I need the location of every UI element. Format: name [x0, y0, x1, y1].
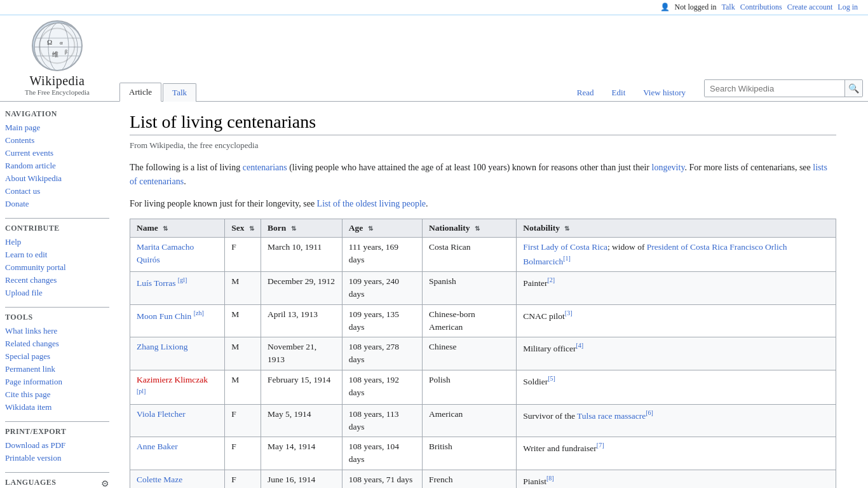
cell-notability: Soldier[5] [517, 370, 836, 404]
name-suffix-link[interactable]: [gl] [178, 276, 187, 283]
col-notability[interactable]: Notability ⇅ [517, 219, 836, 238]
col-sex[interactable]: Sex ⇅ [225, 219, 261, 238]
ref-link[interactable]: [6] [646, 409, 653, 416]
sidebar-item-community-portal[interactable]: Community portal [5, 261, 109, 274]
cell-sex: M [225, 370, 261, 404]
ref-link[interactable]: [7] [597, 442, 604, 449]
sidebar-item-contents[interactable]: Contents [5, 134, 109, 147]
cell-born: December 29, 1912 [261, 272, 342, 305]
gear-icon[interactable]: ⚙ [101, 478, 109, 488]
talk-link[interactable]: Talk [722, 3, 735, 12]
header: Ω α 维 β Wikipedia The Free Encyclopedia … [0, 15, 868, 102]
ref-link[interactable]: [3] [565, 309, 573, 316]
sort-icon-age: ⇅ [368, 225, 373, 232]
search-bar: 🔍 [704, 79, 863, 97]
oldest-living-link[interactable]: List of the oldest living people [317, 199, 426, 208]
person-name-link[interactable]: Zhang Lixiong [137, 342, 188, 351]
sidebar-item-wikidata-item[interactable]: Wikidata item [5, 401, 109, 414]
sidebar-item-related-changes[interactable]: Related changes [5, 337, 109, 350]
table-row: Kazimierz Klimczak [pl]MFebruary 15, 191… [130, 370, 836, 404]
first-lady-link[interactable]: First Lady of Costa Rica [523, 242, 607, 252]
logo-title: Wikipedia [30, 74, 85, 88]
action-edit[interactable]: Edit [604, 83, 634, 102]
sidebar-print-title: Print/export [5, 427, 109, 437]
sort-icon-sex: ⇅ [249, 225, 254, 232]
cell-name: Colette Maze [130, 470, 225, 488]
lists-of-centenarians-link[interactable]: lists of centenarians [130, 163, 827, 186]
intro-paragraph-1: The following is a list of living centen… [130, 161, 836, 189]
person-name-link[interactable]: Colette Maze [137, 475, 182, 484]
from-wiki-text: From Wikipedia, the free encyclopedia [130, 140, 836, 151]
cell-name: Viola Fletcher [130, 404, 225, 437]
sidebar-navigation: Navigation Main page Contents Current ev… [5, 109, 109, 210]
table-body: Marita Camacho QuirósFMarch 10, 1911111 … [130, 238, 836, 488]
person-name-link[interactable]: Moon Fun Chin [137, 311, 191, 320]
person-name-link[interactable]: Viola Fletcher [137, 409, 186, 419]
sidebar-item-donate[interactable]: Donate [5, 198, 109, 210]
cell-nationality: Polish [423, 370, 517, 404]
sidebar-item-contact-us[interactable]: Contact us [5, 185, 109, 198]
tab-talk[interactable]: Talk [163, 83, 196, 102]
ref-link[interactable]: [5] [548, 375, 555, 382]
sidebar-item-about-wikipedia[interactable]: About Wikipedia [5, 172, 109, 185]
col-nationality[interactable]: Nationality ⇅ [423, 219, 517, 238]
ref-link[interactable]: [1] [563, 255, 571, 262]
sidebar-item-current-events[interactable]: Current events [5, 147, 109, 159]
sidebar-item-main-page[interactable]: Main page [5, 121, 109, 134]
cell-sex: F [225, 404, 261, 437]
col-born[interactable]: Born ⇅ [261, 219, 342, 238]
tab-article[interactable]: Article [119, 83, 161, 102]
action-read[interactable]: Read [569, 83, 602, 102]
sidebar-languages-title: Languages [5, 478, 57, 487]
sidebar-item-download-pdf[interactable]: Download as PDF [5, 439, 109, 452]
person-name-link[interactable]: Luís Torras [137, 278, 175, 288]
name-suffix-link[interactable]: [pl] [137, 388, 146, 395]
table-row: Zhang LixiongMNovember 21, 1913108 years… [130, 337, 836, 370]
search-input[interactable] [705, 80, 844, 97]
cell-born: April 13, 1913 [261, 304, 342, 337]
cell-notability: Painter[2] [517, 272, 836, 305]
person-name-link[interactable]: Anne Baker [137, 442, 178, 451]
sidebar-item-page-information[interactable]: Page information [5, 376, 109, 388]
contributions-link[interactable]: Contributions [740, 3, 782, 12]
sidebar-item-what-links-here[interactable]: What links here [5, 325, 109, 337]
person-name-link[interactable]: Marita Camacho Quirós [137, 242, 194, 264]
sidebar-item-help[interactable]: Help [5, 236, 109, 248]
sidebar-print: Print/export Download as PDF Printable v… [5, 427, 109, 464]
sidebar-contribute-title: Contribute [5, 224, 109, 233]
sidebar-divider-4 [5, 472, 109, 473]
ref-link[interactable]: [2] [547, 276, 555, 283]
cell-age: 108 years, 71 days [342, 470, 422, 488]
name-suffix-link[interactable]: [zh] [194, 309, 204, 316]
cell-nationality: Costa Rican [423, 238, 517, 272]
search-button[interactable]: 🔍 [844, 80, 862, 97]
main-content: List of living centenarians From Wikiped… [114, 102, 851, 488]
sort-icon-name: ⇅ [163, 225, 168, 232]
cell-sex: F [225, 238, 261, 272]
notability-link[interactable]: Tulsa race massacre [577, 410, 646, 420]
cell-name: Kazimierz Klimczak [pl] [130, 370, 225, 404]
log-in-link[interactable]: Log in [837, 3, 858, 12]
cell-age: 109 years, 135 days [342, 304, 422, 337]
create-account-link[interactable]: Create account [787, 3, 833, 12]
sidebar-contribute: Contribute Help Learn to edit Community … [5, 224, 109, 299]
person-name-link[interactable]: Kazimierz Klimczak [137, 375, 208, 384]
sidebar-tools-title: Tools [5, 313, 109, 322]
ref-link[interactable]: [4] [576, 342, 584, 349]
cell-age: 108 years, 104 days [342, 437, 422, 470]
sidebar-item-random-article[interactable]: Random article [5, 159, 109, 172]
col-age[interactable]: Age ⇅ [342, 219, 422, 238]
sidebar-item-learn-to-edit[interactable]: Learn to edit [5, 248, 109, 261]
ref-link[interactable]: [8] [546, 475, 554, 482]
sidebar-item-recent-changes[interactable]: Recent changes [5, 274, 109, 287]
longevity-link[interactable]: longevity [652, 163, 685, 172]
col-name[interactable]: Name ⇅ [130, 219, 225, 238]
sidebar-item-cite-this-page[interactable]: Cite this page [5, 388, 109, 401]
centenarians-link[interactable]: centenarians [243, 163, 287, 172]
sidebar-item-special-pages[interactable]: Special pages [5, 350, 109, 363]
top-bar: 👤 Not logged in Talk Contributions Creat… [0, 0, 868, 15]
sidebar-item-permanent-link[interactable]: Permanent link [5, 363, 109, 376]
sidebar-item-upload-file[interactable]: Upload file [5, 287, 109, 299]
sidebar-item-printable-version[interactable]: Printable version [5, 452, 109, 464]
action-view-history[interactable]: View history [635, 83, 694, 102]
